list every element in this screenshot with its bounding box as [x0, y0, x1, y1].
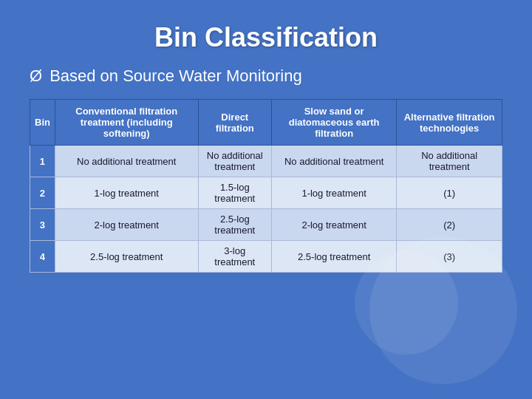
bin-classification-table: Bin Conventional filtration treatment (i… — [30, 99, 502, 273]
bin-cell: 1 — [30, 146, 55, 177]
bin-cell: 2 — [30, 177, 55, 209]
cell-row4-col2: 3-log treatment — [198, 241, 272, 273]
cell-row2-col3: 1-log treatment — [272, 177, 397, 209]
slide-title: Bin Classification — [30, 15, 502, 53]
cell-row1-col2: No additional treatment — [198, 146, 272, 177]
table-row: 42.5-log treatment3-log treatment2.5-log… — [30, 241, 502, 273]
cell-row4-col4: (3) — [397, 241, 502, 273]
cell-row2-col2: 1.5-log treatment — [198, 177, 272, 209]
cell-row1-col4: No additional treatment — [397, 146, 502, 177]
col-header-conventional: Conventional filtration treatment (inclu… — [55, 100, 198, 146]
col-header-direct: Direct filtration — [198, 100, 272, 146]
table-header-row: Bin Conventional filtration treatment (i… — [30, 100, 502, 146]
table-row: 1No additional treatmentNo additional tr… — [30, 146, 502, 177]
subtitle-text: Based on Source Water Monitoring — [50, 66, 302, 86]
col-header-bin: Bin — [30, 100, 55, 146]
cell-row3-col3: 2-log treatment — [272, 209, 397, 241]
cell-row2-col4: (1) — [397, 177, 502, 209]
cell-row1-col3: No additional treatment — [272, 146, 397, 177]
bin-cell: 4 — [30, 241, 55, 273]
cell-row2-col1: 1-log treatment — [55, 177, 198, 209]
cell-row4-col1: 2.5-log treatment — [55, 241, 198, 273]
cell-row1-col1: No additional treatment — [55, 146, 198, 177]
cell-row4-col3: 2.5-log treatment — [272, 241, 397, 273]
bin-cell: 3 — [30, 209, 55, 241]
table-row: 21-log treatment1.5-log treatment1-log t… — [30, 177, 502, 209]
subtitle-row: Ø Based on Source Water Monitoring — [30, 66, 502, 86]
slide: Bin Classification Ø Based on Source Wat… — [0, 0, 532, 399]
col-header-alternative: Alternative filtration technologies — [397, 100, 502, 146]
cell-row3-col1: 2-log treatment — [55, 209, 198, 241]
cell-row3-col4: (2) — [397, 209, 502, 241]
bullet-symbol: Ø — [30, 66, 42, 86]
table-row: 32-log treatment2.5-log treatment2-log t… — [30, 209, 502, 241]
col-header-slowsand: Slow sand or diatomaceous earth filtrati… — [272, 100, 397, 146]
cell-row3-col2: 2.5-log treatment — [198, 209, 272, 241]
